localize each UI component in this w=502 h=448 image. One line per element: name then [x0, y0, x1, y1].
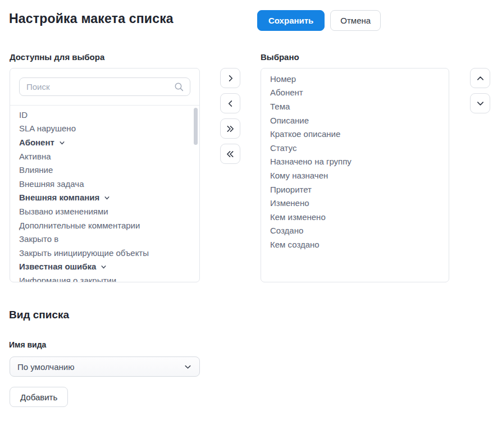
item-label: Абонент — [270, 88, 303, 97]
available-item[interactable]: Дополнительные комментарии — [10, 218, 199, 232]
selected-item[interactable]: Кем создано — [261, 237, 449, 252]
chevron-down-icon — [100, 263, 107, 271]
selected-item[interactable]: Изменено — [261, 196, 449, 210]
chevron-down-icon — [476, 99, 485, 108]
move-left-button[interactable] — [220, 93, 240, 113]
chevron-down-icon — [184, 363, 192, 371]
cancel-button[interactable]: Отмена — [330, 10, 381, 31]
available-item[interactable]: Информация о закрытии — [10, 273, 199, 282]
item-label: Информация о закрытии — [19, 276, 116, 282]
move-down-button[interactable] — [470, 93, 490, 113]
selected-item[interactable]: Кем изменено — [261, 210, 449, 224]
item-label: Создано — [270, 226, 303, 235]
double-chevron-right-icon — [226, 125, 235, 133]
item-label: Закрыто в — [19, 234, 58, 244]
available-item[interactable]: Известная ошибка — [10, 260, 199, 274]
scrollbar[interactable] — [194, 108, 198, 145]
item-label: Внешняя задача — [19, 179, 84, 189]
selected-item[interactable]: Номер — [261, 72, 449, 86]
available-item[interactable]: SLA нарушено — [10, 122, 199, 136]
item-label: Активна — [19, 152, 51, 161]
available-item[interactable]: Вызвано изменениями — [10, 204, 199, 218]
available-list-label: Доступны для выбора — [10, 52, 104, 62]
item-label: Тема — [270, 102, 290, 111]
view-name-select[interactable]: По умолчанию — [10, 356, 200, 377]
item-label: Номер — [270, 74, 296, 84]
item-label: Краткое описание — [270, 129, 340, 139]
selected-item[interactable]: Назначено на группу — [261, 155, 449, 169]
double-chevron-left-icon — [226, 150, 235, 158]
selected-list-label: Выбрано — [261, 52, 299, 62]
selected-item[interactable]: Кому назначен — [261, 168, 449, 182]
save-button[interactable]: Сохранить — [257, 10, 325, 31]
item-label: ID — [19, 110, 28, 120]
available-box: ID SLA нарушено Абонент Активна Влияние … — [10, 68, 200, 282]
available-item[interactable]: Закрыто в — [10, 232, 199, 246]
reorder-buttons — [470, 68, 490, 113]
view-select-value: По умолчанию — [17, 362, 74, 372]
transfer-buttons — [220, 68, 240, 164]
chevron-down-icon — [103, 194, 111, 202]
view-section-heading: Вид списка — [9, 309, 69, 321]
item-label: SLA нарушено — [19, 124, 76, 133]
search-input[interactable] — [19, 77, 190, 96]
item-label: Назначено на группу — [270, 157, 352, 166]
item-label: Вызвано изменениями — [19, 207, 108, 216]
available-item[interactable]: Внешняя задача — [10, 177, 199, 191]
selected-box: Номер Абонент Тема Описание Краткое опис… — [261, 68, 449, 282]
chevron-up-icon — [476, 74, 485, 83]
available-item[interactable]: Абонент — [10, 135, 199, 149]
available-item[interactable]: ID — [10, 108, 199, 122]
move-all-right-button[interactable] — [220, 118, 240, 139]
available-item[interactable]: Влияние — [10, 163, 199, 177]
item-label: Кому назначен — [270, 171, 328, 180]
page-title: Настройка макета списка — [9, 11, 174, 26]
item-label: Статус — [270, 143, 296, 153]
item-label: Внешняя компания — [19, 193, 99, 202]
header-actions: Сохранить Отмена — [257, 10, 381, 31]
move-up-button[interactable] — [470, 68, 490, 88]
item-label: Кем создано — [270, 240, 320, 249]
chevron-left-icon — [226, 99, 235, 108]
item-label: Известная ошибка — [19, 262, 96, 271]
selected-item[interactable]: Статус — [261, 141, 449, 155]
selected-item[interactable]: Краткое описание — [261, 127, 449, 141]
selected-item[interactable]: Абонент — [261, 86, 449, 100]
selected-item[interactable]: Описание — [261, 113, 449, 127]
item-label: Влияние — [19, 165, 53, 175]
item-label: Описание — [270, 116, 309, 125]
item-label: Приоритет — [270, 185, 312, 194]
item-label: Дополнительные комментарии — [19, 221, 140, 230]
selected-item[interactable]: Создано — [261, 224, 449, 238]
search-wrap — [19, 77, 190, 96]
available-list[interactable]: ID SLA нарушено Абонент Активна Влияние … — [10, 106, 199, 282]
item-label: Кем изменено — [270, 212, 326, 222]
item-label: Абонент — [19, 138, 54, 147]
chevron-down-icon — [58, 139, 66, 147]
selected-item[interactable]: Приоритет — [261, 182, 449, 196]
available-item[interactable]: Закрыть инициирующие объекты — [10, 246, 199, 260]
selected-item[interactable]: Тема — [261, 99, 449, 113]
available-item[interactable]: Внешняя компания — [10, 191, 199, 205]
available-item[interactable]: Активна — [10, 149, 199, 163]
move-all-left-button[interactable] — [220, 144, 240, 164]
item-label: Закрыть инициирующие объекты — [19, 248, 149, 258]
move-right-button[interactable] — [220, 68, 240, 88]
view-name-label: Имя вида — [9, 340, 46, 349]
add-view-button[interactable]: Добавить — [10, 387, 68, 407]
item-label: Изменено — [270, 198, 309, 208]
selected-list: Номер Абонент Тема Описание Краткое опис… — [261, 68, 449, 278]
list-layout-settings-page: Настройка макета списка Сохранить Отмена… — [0, 0, 502, 448]
chevron-right-icon — [226, 74, 235, 83]
